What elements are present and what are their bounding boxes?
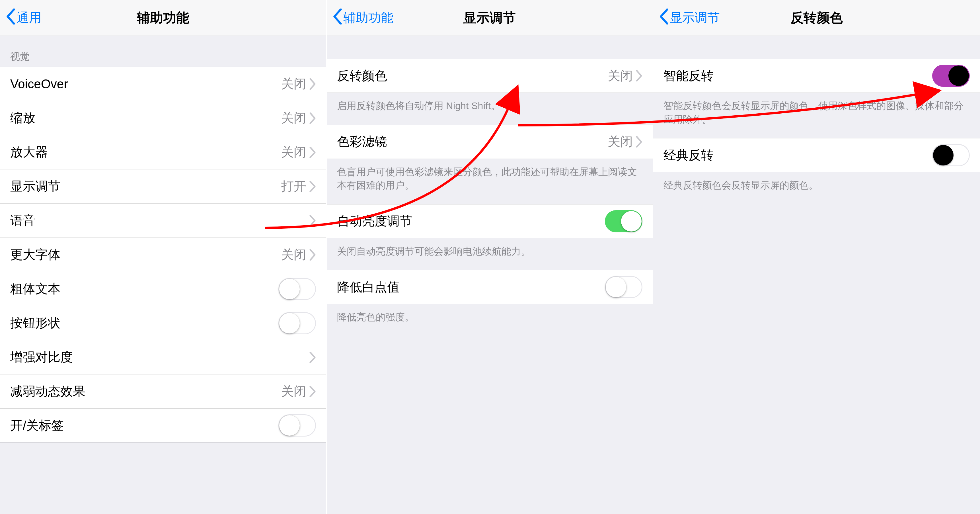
page-title: 反转颜色 (791, 9, 843, 27)
row-magnifier[interactable]: 放大器 关闭 (0, 135, 326, 169)
row-value: 关闭 (281, 383, 306, 400)
note-invert: 启用反转颜色将自动停用 Night Shift。 (327, 93, 653, 125)
classic-invert-switch[interactable] (932, 144, 970, 166)
row-bold-text[interactable]: 粗体文本 (0, 272, 326, 306)
button-shapes-switch[interactable] (278, 312, 316, 334)
row-label: 减弱动态效果 (10, 383, 85, 400)
chevron-right-icon (636, 70, 643, 81)
back-label: 显示调节 (670, 10, 720, 26)
chevron-right-icon (636, 136, 643, 147)
navbar: 辅助功能 显示调节 (327, 0, 653, 36)
row-label: 经典反转 (663, 147, 714, 164)
row-label: 显示调节 (10, 178, 60, 195)
panel-accessibility: 通用 辅助功能 视觉 VoiceOver 关闭 缩放 关闭 放大器 关闭 显示调… (0, 0, 327, 514)
row-reduce-motion[interactable]: 减弱动态效果 关闭 (0, 374, 326, 409)
row-label: 粗体文本 (10, 281, 60, 297)
row-larger-text[interactable]: 更大字体 关闭 (0, 238, 326, 272)
chevron-right-icon (309, 352, 316, 363)
row-label: 色彩滤镜 (337, 133, 387, 150)
row-label: VoiceOver (10, 77, 68, 91)
row-auto-brightness[interactable]: 自动亮度调节 (327, 204, 653, 238)
row-smart-invert[interactable]: 智能反转 (653, 59, 980, 93)
auto-brightness-switch[interactable] (605, 210, 643, 232)
row-label: 放大器 (10, 144, 48, 161)
panel-display-accommodations: 辅助功能 显示调节 反转颜色 关闭 启用反转颜色将自动停用 Night Shif… (327, 0, 654, 514)
row-label: 开/关标签 (10, 417, 64, 434)
panel-invert-colors: 显示调节 反转颜色 智能反转 智能反转颜色会反转显示屏的颜色，使用深色样式的图像… (653, 0, 980, 514)
row-color-filters[interactable]: 色彩滤镜 关闭 (327, 125, 653, 159)
chevron-right-icon (309, 147, 316, 158)
row-voiceover[interactable]: VoiceOver 关闭 (0, 67, 326, 101)
back-button[interactable]: 辅助功能 (332, 8, 393, 27)
row-invert-colors[interactable]: 反转颜色 关闭 (327, 59, 653, 93)
page-title: 辅助功能 (137, 9, 189, 27)
row-label: 缩放 (10, 110, 35, 126)
row-value: 关闭 (281, 75, 306, 92)
row-value: 打开 (281, 178, 306, 195)
chevron-right-icon (309, 78, 316, 90)
smart-invert-switch[interactable] (932, 65, 970, 87)
bold-text-switch[interactable] (278, 278, 316, 300)
row-value: 关闭 (281, 246, 306, 263)
row-label: 语音 (10, 212, 35, 229)
row-onoff-labels[interactable]: 开/关标签 (0, 409, 326, 442)
note-smart-invert: 智能反转颜色会反转显示屏的颜色，使用深色样式的图像、媒体和部分应用除外。 (653, 93, 980, 138)
row-classic-invert[interactable]: 经典反转 (653, 138, 980, 172)
row-display-accommodations[interactable]: 显示调节 打开 (0, 169, 326, 203)
row-value: 关闭 (608, 133, 633, 150)
row-increase-contrast[interactable]: 增强对比度 (0, 340, 326, 374)
row-zoom[interactable]: 缩放 关闭 (0, 101, 326, 135)
row-label: 更大字体 (10, 246, 60, 263)
row-reduce-white-point[interactable]: 降低白点值 (327, 270, 653, 304)
note-autobright: 关闭自动亮度调节可能会影响电池续航能力。 (327, 238, 653, 270)
navbar: 显示调节 反转颜色 (653, 0, 980, 36)
row-label: 反转颜色 (337, 67, 387, 84)
note-whitepoint: 降低亮色的强度。 (327, 304, 653, 336)
back-button[interactable]: 显示调节 (659, 8, 720, 27)
chevron-right-icon (309, 386, 316, 397)
chevron-right-icon (309, 181, 316, 192)
note-classic-invert: 经典反转颜色会反转显示屏的颜色。 (653, 172, 980, 204)
back-label: 通用 (16, 10, 41, 26)
row-value: 关闭 (608, 67, 633, 84)
row-value: 关闭 (281, 110, 306, 126)
back-label: 辅助功能 (343, 10, 393, 26)
row-value: 关闭 (281, 144, 306, 161)
chevron-left-icon (6, 8, 16, 27)
onoff-labels-switch[interactable] (278, 414, 316, 437)
row-button-shapes[interactable]: 按钮形状 (0, 306, 326, 340)
page-title: 显示调节 (463, 9, 516, 27)
chevron-right-icon (309, 215, 316, 227)
row-label: 增强对比度 (10, 349, 73, 366)
navbar: 通用 辅助功能 (0, 0, 326, 36)
row-speech[interactable]: 语音 (0, 203, 326, 238)
chevron-left-icon (659, 8, 669, 27)
back-button[interactable]: 通用 (6, 8, 41, 27)
note-filter: 色盲用户可使用色彩滤镜来区分颜色，此功能还可帮助在屏幕上阅读文本有困难的用户。 (327, 159, 653, 204)
reduce-white-point-switch[interactable] (605, 276, 643, 298)
chevron-right-icon (309, 249, 316, 260)
row-label: 降低白点值 (337, 279, 399, 295)
chevron-left-icon (332, 8, 343, 27)
row-label: 自动亮度调节 (337, 213, 412, 230)
chevron-right-icon (309, 112, 316, 124)
row-label: 智能反转 (663, 67, 714, 84)
row-label: 按钮形状 (10, 314, 60, 332)
group-header-vision: 视觉 (0, 36, 326, 67)
